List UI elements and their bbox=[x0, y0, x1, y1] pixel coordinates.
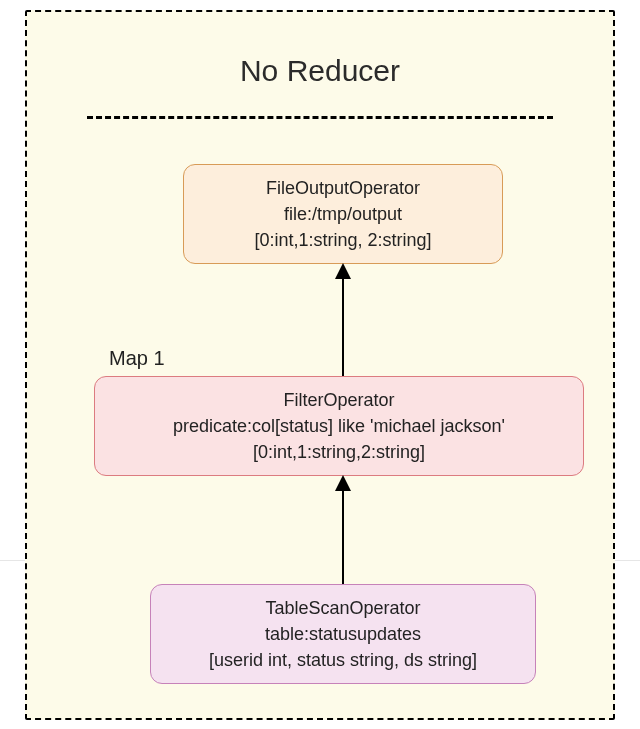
map-label: Map 1 bbox=[109, 347, 165, 370]
node-line: TableScanOperator bbox=[163, 595, 523, 621]
node-file-output-operator: FileOutputOperator file:/tmp/output [0:i… bbox=[183, 164, 503, 264]
diagram-frame: No Reducer FileOutputOperator file:/tmp/… bbox=[25, 10, 615, 720]
node-line: file:/tmp/output bbox=[196, 201, 490, 227]
node-table-scan-operator: TableScanOperator table:statusupdates [u… bbox=[150, 584, 536, 684]
node-line: table:statusupdates bbox=[163, 621, 523, 647]
svg-marker-1 bbox=[335, 263, 351, 279]
node-line: FileOutputOperator bbox=[196, 175, 490, 201]
node-filter-operator: FilterOperator predicate:col[status] lik… bbox=[94, 376, 584, 476]
node-line: [0:int,1:string,2:string] bbox=[107, 439, 571, 465]
diagram-title: No Reducer bbox=[27, 54, 613, 88]
arrow-filter-to-output bbox=[331, 263, 355, 377]
title-divider bbox=[87, 116, 553, 119]
svg-marker-3 bbox=[335, 475, 351, 491]
node-line: FilterOperator bbox=[107, 387, 571, 413]
arrow-scan-to-filter bbox=[331, 475, 355, 585]
node-line: predicate:col[status] like 'michael jack… bbox=[107, 413, 571, 439]
node-line: [0:int,1:string, 2:string] bbox=[196, 227, 490, 253]
node-line: [userid int, status string, ds string] bbox=[163, 647, 523, 673]
